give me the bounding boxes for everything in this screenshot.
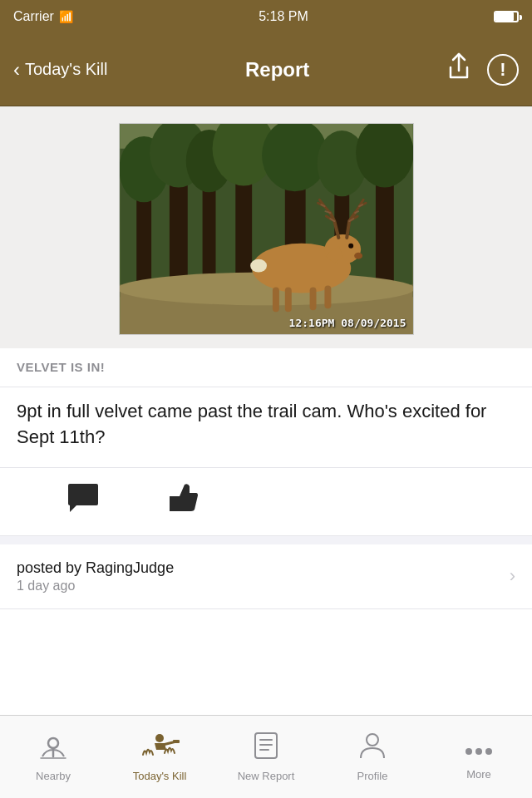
profile-icon bbox=[359, 732, 386, 766]
svg-point-26 bbox=[348, 244, 353, 249]
svg-rect-20 bbox=[272, 287, 278, 312]
carrier-info: Carrier 📶 bbox=[13, 9, 73, 24]
tab-more[interactable]: More bbox=[426, 734, 532, 781]
back-label: Today's Kill bbox=[25, 60, 107, 79]
posted-by-info: posted by RagingJudge 1 day ago bbox=[17, 559, 174, 594]
battery-icon bbox=[494, 11, 519, 22]
post-body-text: 9pt in full velvet came past the trail c… bbox=[17, 399, 515, 451]
category-section: VELVET IS IN! bbox=[0, 348, 532, 387]
post-body-section: 9pt in full velvet came past the trail c… bbox=[0, 387, 532, 468]
nearby-icon bbox=[39, 732, 67, 766]
info-button[interactable]: ! bbox=[487, 54, 519, 86]
back-button[interactable]: ‹ Today's Kill bbox=[13, 58, 107, 81]
new-report-icon bbox=[254, 732, 278, 766]
todays-kill-icon bbox=[140, 732, 180, 766]
post-image-section: 12:16PM 08/09/2015 bbox=[0, 106, 532, 348]
post-image: 12:16PM 08/09/2015 bbox=[119, 123, 414, 335]
svg-point-27 bbox=[48, 738, 58, 748]
tab-new-report[interactable]: New Report bbox=[213, 732, 319, 782]
status-bar: Carrier 📶 5:18 PM bbox=[0, 0, 532, 33]
svg-point-31 bbox=[367, 734, 378, 746]
comment-button[interactable] bbox=[66, 482, 100, 521]
posted-by-row[interactable]: posted by RagingJudge 1 day ago › bbox=[0, 544, 532, 609]
tab-todays-kill-label: Today's Kill bbox=[133, 770, 187, 782]
svg-point-25 bbox=[354, 253, 362, 259]
image-timestamp: 12:16PM 08/09/2015 bbox=[289, 317, 406, 329]
svg-rect-21 bbox=[284, 287, 291, 312]
nav-bar: ‹ Today's Kill Report ! bbox=[0, 33, 532, 106]
svg-rect-29 bbox=[173, 740, 180, 743]
svg-rect-23 bbox=[324, 285, 331, 308]
main-content: 12:16PM 08/09/2015 VELVET IS IN! 9pt in … bbox=[0, 106, 532, 715]
svg-rect-22 bbox=[309, 287, 316, 310]
page-title: Report bbox=[245, 58, 309, 81]
section-divider bbox=[0, 536, 532, 544]
svg-point-28 bbox=[155, 734, 164, 742]
posted-by-label: posted by RagingJudge bbox=[17, 559, 174, 577]
info-icon: ! bbox=[500, 59, 505, 81]
tab-new-report-label: New Report bbox=[238, 770, 295, 782]
tab-todays-kill[interactable]: Today's Kill bbox=[106, 732, 213, 782]
like-button[interactable] bbox=[166, 481, 200, 522]
svg-point-34 bbox=[485, 748, 492, 755]
more-icon bbox=[464, 734, 494, 765]
back-arrow-icon: ‹ bbox=[13, 58, 20, 81]
tab-bar: Nearby Today's Kill bbox=[0, 715, 532, 798]
svg-point-24 bbox=[250, 259, 267, 273]
svg-point-33 bbox=[475, 748, 482, 755]
time-label: 5:18 PM bbox=[259, 9, 308, 24]
tab-nearby[interactable]: Nearby bbox=[0, 732, 106, 782]
chevron-right-icon: › bbox=[510, 565, 515, 587]
tab-profile[interactable]: Profile bbox=[319, 732, 426, 782]
svg-point-32 bbox=[466, 748, 472, 755]
tab-profile-label: Profile bbox=[357, 770, 388, 782]
action-bar bbox=[0, 468, 532, 536]
nav-actions: ! bbox=[447, 52, 519, 86]
carrier-label: Carrier bbox=[13, 9, 54, 24]
tab-nearby-label: Nearby bbox=[36, 770, 71, 782]
wifi-icon: 📶 bbox=[59, 10, 73, 23]
category-tag-label: VELVET IS IN! bbox=[17, 360, 105, 374]
share-icon[interactable] bbox=[447, 52, 470, 86]
tab-more-label: More bbox=[466, 768, 491, 781]
posted-by-time: 1 day ago bbox=[17, 579, 174, 594]
